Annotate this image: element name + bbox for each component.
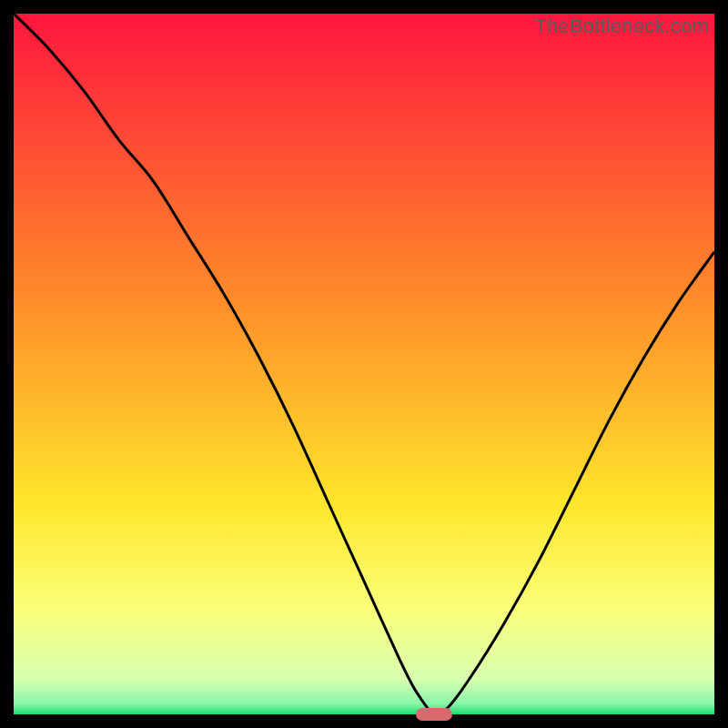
plot-area: TheBottleneck.com (14, 14, 714, 714)
bottleneck-curve (14, 14, 714, 714)
chart-stage: TheBottleneck.com (0, 0, 728, 728)
curve-path (14, 14, 714, 714)
optimal-marker (416, 708, 452, 721)
